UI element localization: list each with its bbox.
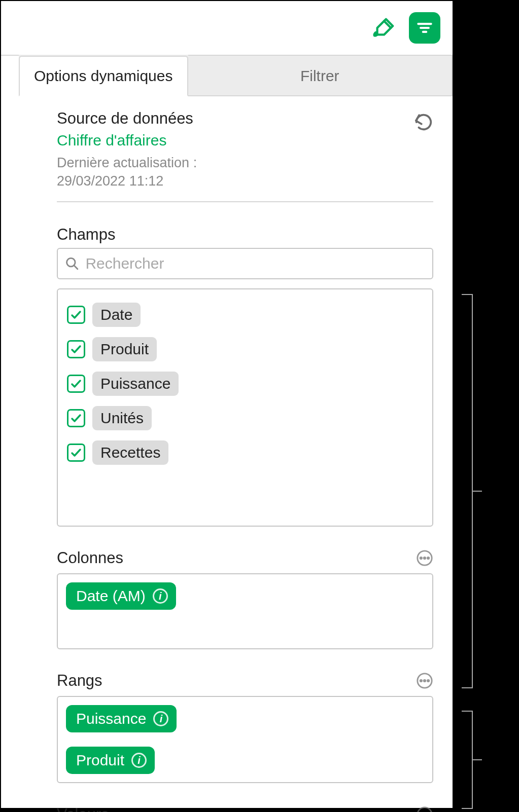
svg-point-6 [420,558,422,559]
divider [57,201,433,202]
svg-point-13 [418,807,432,812]
inspector-panel: Options dynamiques Filtrer Source de don… [0,0,454,809]
fields-list: Date Produit Puissance Unités Recettes [57,288,433,527]
field-item[interactable]: Puissance [66,366,424,401]
field-chip[interactable]: Puissance [92,372,179,396]
field-chip[interactable]: Unités [92,406,152,430]
field-item[interactable]: Recettes [66,435,424,470]
checkbox-icon[interactable] [67,306,85,324]
tab-label: Options dynamiques [34,67,173,85]
column-pill[interactable]: Date (AM) i [66,582,176,610]
panel-body: Source de données Chiffre d'affaires Der… [1,96,453,812]
source-title: Source de données [57,109,197,128]
svg-point-7 [424,558,425,559]
svg-point-10 [420,680,422,682]
tab-filter[interactable]: Filtrer [188,55,453,96]
pill-label: Puissance [76,710,146,727]
field-item[interactable]: Produit [66,332,424,366]
columns-dropzone[interactable]: Date (AM) i [57,573,433,649]
search-input[interactable] [84,254,425,273]
svg-point-11 [424,680,425,682]
tab-label: Filtrer [300,67,339,85]
source-timestamp: Dernière actualisation : 29/03/2022 11:1… [57,154,197,190]
timestamp-value: 29/03/2022 11:12 [57,173,163,189]
pill-label: Date (AM) [76,587,146,605]
info-icon[interactable]: i [153,711,168,726]
tab-dynamic-options[interactable]: Options dynamiques [19,56,188,96]
columns-title: Colonnes [57,549,123,567]
rows-dropzone[interactable]: Puissance i Produit i [57,696,433,783]
field-item[interactable]: Unités [66,401,424,435]
search-icon [65,256,79,271]
info-icon[interactable]: i [131,753,147,768]
field-chip[interactable]: Recettes [92,440,168,465]
svg-point-8 [427,558,429,559]
rows-title: Rangs [57,672,102,690]
row-pill[interactable]: Puissance i [66,705,177,732]
more-circle-icon [416,806,433,812]
svg-line-4 [74,266,78,269]
pill-label: Produit [76,752,124,769]
fields-title: Champs [57,226,433,244]
svg-point-12 [427,680,429,682]
field-chip[interactable]: Produit [92,337,157,361]
callout-bracket [463,294,473,688]
field-chip[interactable]: Date [92,303,141,327]
refresh-icon [414,113,433,132]
more-circle-icon [416,549,433,567]
organize-button[interactable] [409,12,440,44]
values-more-button[interactable] [416,806,433,812]
fields-search[interactable] [57,248,433,279]
paintbrush-icon [372,16,396,40]
filter-lines-icon [415,18,434,38]
field-item[interactable]: Date [66,298,424,332]
checkbox-icon[interactable] [67,340,85,358]
format-button[interactable] [368,12,400,44]
values-title: Valeurs [57,805,109,812]
checkbox-icon[interactable] [67,375,85,393]
info-icon[interactable]: i [153,588,168,604]
tabs: Options dynamiques Filtrer [19,55,453,96]
toolbar [1,1,453,55]
refresh-button[interactable] [414,113,433,132]
more-circle-icon [416,672,433,689]
timestamp-label: Dernière actualisation : [57,155,197,170]
checkbox-icon[interactable] [67,409,85,427]
callout-bracket [463,711,473,809]
source-name-link[interactable]: Chiffre d'affaires [57,132,197,149]
rows-more-button[interactable] [416,672,433,689]
checkbox-icon[interactable] [67,444,85,462]
columns-more-button[interactable] [416,549,433,567]
row-pill[interactable]: Produit i [66,747,155,774]
